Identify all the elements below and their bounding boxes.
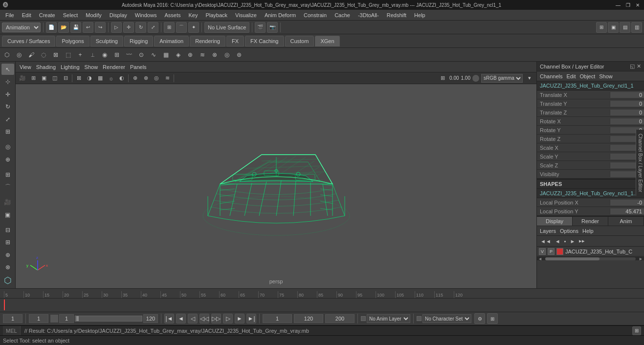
scale-tool-btn[interactable]: ⤢: [1, 114, 14, 125]
go-to-end-btn[interactable]: ►|: [246, 314, 256, 323]
play-back-btn[interactable]: ◁◁: [200, 314, 209, 323]
shadow-btn[interactable]: ◐: [117, 74, 127, 83]
layer-prev-btn[interactable]: ◄: [554, 238, 562, 245]
tab-anim[interactable]: Anim: [608, 217, 644, 226]
current-frame-field[interactable]: 1: [3, 314, 22, 323]
icon-tools-3[interactable]: ⊕: [1, 249, 14, 260]
scroll-track[interactable]: [545, 257, 636, 260]
camera-btn[interactable]: 📷: [267, 22, 278, 33]
menu-create[interactable]: Create: [36, 11, 59, 19]
layer-stop-btn[interactable]: ▪: [563, 238, 568, 245]
cb-menu-object[interactable]: Object: [579, 73, 595, 79]
channel-rotate-x[interactable]: Rotate X 0: [537, 117, 644, 126]
scroll-thumb[interactable]: [545, 257, 600, 260]
menu-windows[interactable]: Windows: [132, 11, 160, 19]
tab-polygons[interactable]: Polygons: [56, 36, 89, 46]
step-forward-btn[interactable]: ►: [235, 314, 244, 323]
shape-channel-local-pos-y[interactable]: Local Position Y 45.471: [537, 207, 644, 216]
redo-btn[interactable]: ↪: [95, 22, 106, 33]
scale-btn[interactable]: ⤢: [148, 22, 158, 33]
vp-menu-show[interactable]: Show: [85, 64, 98, 70]
end-frame-small-field[interactable]: 120: [143, 314, 158, 323]
menu-modify[interactable]: Modify: [82, 11, 105, 19]
snap-grid-btn[interactable]: ⊞: [164, 22, 175, 33]
tab-fx[interactable]: FX: [226, 36, 244, 46]
snap-edge-btn[interactable]: ⌒: [1, 181, 14, 192]
icon-tools-1[interactable]: ⊟: [1, 224, 14, 235]
rotate-btn[interactable]: ↻: [135, 22, 146, 33]
rotate-tool-btn[interactable]: ↻: [1, 101, 14, 112]
jiggle-btn[interactable]: ⊕: [184, 49, 196, 61]
tab-display[interactable]: Display: [537, 217, 573, 226]
menu-help[interactable]: Help: [411, 11, 429, 19]
channel-translate-y[interactable]: Translate Y 0: [537, 99, 644, 108]
lighting-btn[interactable]: ☼: [106, 74, 116, 83]
save-scene-btn[interactable]: 💾: [70, 22, 81, 33]
anim-end-field[interactable]: 200: [325, 314, 355, 323]
paint-select-btn[interactable]: 🖌: [25, 49, 37, 61]
undo-btn[interactable]: ↩: [83, 22, 93, 33]
step-back-btn[interactable]: ◄: [176, 314, 186, 323]
icon-tools-2[interactable]: ⊞: [1, 236, 14, 248]
select-by-hierarchy-btn[interactable]: ⬡: [1, 49, 13, 61]
navigation-icon[interactable]: ⬡: [1, 275, 14, 286]
soft-mod-btn[interactable]: ◉: [99, 49, 111, 61]
char-set-dropdown[interactable]: No Character Set: [422, 314, 471, 323]
menu-file[interactable]: File: [2, 11, 18, 19]
lp-menu-help[interactable]: Help: [582, 228, 594, 234]
inner-frame-field[interactable]: 1: [59, 314, 74, 323]
channel-translate-x[interactable]: Translate X 0: [537, 91, 644, 99]
channel-rotate-y[interactable]: Rotate Y 0: [537, 126, 644, 135]
lp-menu-options[interactable]: Options: [560, 228, 578, 234]
nonlinear-btn[interactable]: ∿: [148, 49, 159, 61]
status-settings-btn[interactable]: ⊞: [632, 326, 641, 335]
timeline[interactable]: 5 10 15 20 25 30 35 40 45 50 55 60 65 70…: [0, 288, 644, 312]
lp-menu-layers[interactable]: Layers: [540, 228, 556, 234]
open-scene-btn[interactable]: 📂: [58, 22, 69, 33]
snap-point-btn[interactable]: ✦: [188, 22, 199, 33]
playback-settings-btn[interactable]: ⚙: [474, 313, 485, 324]
cb-menu-channels[interactable]: Channels: [540, 73, 562, 79]
menu-constrain[interactable]: Constrain: [300, 11, 330, 19]
menu-select[interactable]: Select: [60, 11, 82, 19]
menu-assets[interactable]: Assets: [161, 11, 184, 19]
menu-cache[interactable]: Cache: [331, 11, 354, 19]
film-gate-btn[interactable]: ▣: [39, 74, 49, 83]
layout-btn3[interactable]: ▥: [631, 22, 642, 33]
vp-menu-shading[interactable]: Shading: [36, 64, 56, 70]
playback-options-btn[interactable]: ⊞: [487, 313, 498, 324]
textured-btn[interactable]: ▦: [95, 74, 105, 83]
new-scene-btn[interactable]: 📄: [46, 22, 57, 33]
minimize-button[interactable]: —: [615, 1, 622, 8]
vp-menu-panels[interactable]: Panels: [130, 64, 147, 70]
close-button[interactable]: ✕: [634, 1, 641, 8]
menu-key[interactable]: Key: [185, 11, 201, 19]
hud-btn[interactable]: ⊞: [438, 74, 447, 83]
menu-visualize[interactable]: Visualize: [232, 11, 260, 19]
channel-scale-y[interactable]: Scale Y 1: [537, 152, 644, 161]
shape-channel-local-pos-x[interactable]: Local Position X -0: [537, 198, 644, 207]
layer-end-btn[interactable]: ▸▸: [577, 237, 586, 245]
layout-btn1[interactable]: ▣: [608, 22, 619, 33]
render-btn[interactable]: 🎬: [255, 22, 266, 33]
layer-scrollbar[interactable]: ◄ ►: [537, 256, 644, 260]
tab-rendering[interactable]: Rendering: [190, 36, 225, 46]
tab-render[interactable]: Render: [573, 217, 608, 226]
region-select-btn[interactable]: ▣: [1, 209, 14, 220]
playback-end-field[interactable]: 120: [294, 314, 323, 323]
vp-icons-1[interactable]: ⊟: [61, 74, 70, 83]
cluster-btn[interactable]: +: [74, 49, 86, 61]
wire-btn[interactable]: 〰: [123, 49, 135, 61]
proximity-wrap-btn[interactable]: ◎: [221, 49, 233, 61]
tab-animation[interactable]: Animation: [154, 36, 189, 46]
vp-menu-renderer[interactable]: Renderer: [103, 64, 125, 70]
select-deselect-btn[interactable]: ⬚: [62, 49, 74, 61]
tension-btn[interactable]: ⊗: [209, 49, 221, 61]
blend-shape-btn[interactable]: ◈: [172, 49, 184, 61]
color-space-selector[interactable]: sRGB gamma: [481, 74, 523, 83]
layer-next-btn[interactable]: ►: [569, 238, 577, 245]
layer-playback-toggle[interactable]: P: [548, 248, 555, 255]
lasso-select-btn[interactable]: ◌: [38, 49, 49, 61]
menu-3dtall[interactable]: -3DtoAll-: [355, 11, 382, 19]
tab-curves[interactable]: Curves / Surfaces: [2, 36, 55, 46]
